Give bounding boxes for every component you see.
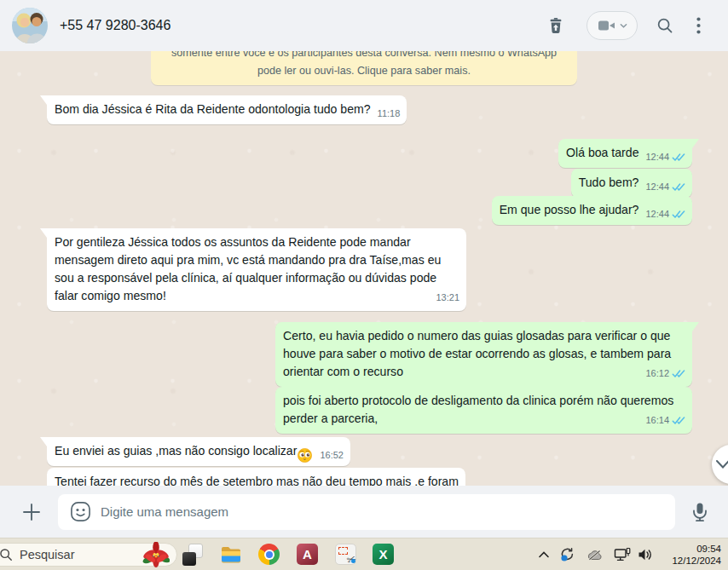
message-time: 13:21 xyxy=(436,289,459,307)
clock-date: 12/12/2024 xyxy=(672,555,721,567)
message-bubble-incoming[interactable]: Tentei fazer recurso do mês de setembro … xyxy=(47,468,465,486)
scroll-to-bottom-button[interactable] xyxy=(712,445,728,484)
avatar-photo xyxy=(12,8,48,43)
read-double-check-icon xyxy=(672,210,685,219)
taskbar-app-excel[interactable]: X xyxy=(373,544,395,566)
taskbar-app-file-explorer[interactable] xyxy=(220,544,242,566)
read-double-check-icon xyxy=(672,153,685,162)
message-text: Eu enviei as guias ,mas não consigo loca… xyxy=(55,442,297,460)
message-text: Bom dia Jéssica é Rita da Reidente odont… xyxy=(55,101,371,118)
encryption-notice[interactable]: somente entre você e os participantes de… xyxy=(151,51,577,85)
message-input[interactable] xyxy=(101,504,665,519)
read-double-check-icon xyxy=(672,182,685,192)
chevron-down-icon xyxy=(715,459,728,469)
message-composer xyxy=(0,486,728,538)
pleading-face-emoji xyxy=(298,448,312,463)
poinsettia-flower-icon xyxy=(142,542,170,567)
attach-button[interactable] xyxy=(19,499,44,525)
taskbar-app-access[interactable]: A xyxy=(297,544,319,566)
emoji-picker-button[interactable] xyxy=(68,500,92,524)
tray-sync-status[interactable] xyxy=(558,546,575,563)
message-bubble-incoming[interactable]: Por gentileza Jéssica todos os assuntos … xyxy=(47,228,466,311)
tray-hidden-icons-button[interactable] xyxy=(535,546,552,563)
cloud-off-icon xyxy=(586,548,604,561)
message-text: Certo, eu havia pedido o numero das guia… xyxy=(283,329,671,378)
emoji-smiley-icon xyxy=(70,501,91,522)
search-icon xyxy=(0,548,13,561)
message-input-container[interactable] xyxy=(58,494,675,530)
whatsapp-window: +55 47 9280-3646 xyxy=(0,0,728,570)
message-text: Em que posso lhe ajudar? xyxy=(500,201,639,219)
taskbar-app-snipping-tool[interactable]: ✂ xyxy=(335,544,357,566)
bubble-tail xyxy=(692,322,699,331)
chevron-up-icon xyxy=(538,550,550,559)
message-time: 11:18 xyxy=(378,105,401,123)
message-bubble-outgoing[interactable]: Certo, eu havia pedido o numero das guia… xyxy=(275,322,692,387)
chrome-icon xyxy=(258,544,280,565)
message-text: Por gentileza Jéssica todos os assuntos … xyxy=(55,235,441,302)
windows-taskbar: A ✂ X xyxy=(0,538,728,570)
message-time: 16:52 xyxy=(320,446,344,464)
message-time: 16:12 xyxy=(645,365,669,383)
video-camera-icon xyxy=(598,19,616,32)
taskbar-clock[interactable]: 09:54 12/12/2024 xyxy=(672,543,721,567)
task-view-icon xyxy=(182,544,204,566)
tray-volume[interactable] xyxy=(637,546,654,563)
excel-icon: X xyxy=(373,544,394,565)
chat-menu-button[interactable] xyxy=(685,10,711,41)
video-call-button[interactable] xyxy=(586,11,638,40)
clock-time: 09:54 xyxy=(672,543,721,555)
message-bubble-outgoing[interactable]: Tudo bem? 12:44 xyxy=(571,169,692,198)
tray-cloud-off-status[interactable] xyxy=(586,546,604,563)
contact-avatar[interactable] xyxy=(12,8,48,43)
contact-phone-number[interactable]: +55 47 9280-3646 xyxy=(60,18,170,33)
message-bubble-incoming[interactable]: Eu enviei as guias ,mas não consigo loca… xyxy=(47,437,350,466)
taskbar-search-input[interactable] xyxy=(20,548,113,561)
message-bubble-outgoing[interactable]: Olá boa tarde 12:44 xyxy=(558,139,692,168)
message-bubble-outgoing[interactable]: pois foi aberto protocolo de desligament… xyxy=(275,387,692,434)
speaker-icon xyxy=(638,548,653,561)
bubble-tail xyxy=(40,437,47,446)
search-in-chat-button[interactable] xyxy=(650,10,680,41)
message-text: Tudo bem? xyxy=(579,174,639,192)
message-text: pois foi aberto protocolo de desligament… xyxy=(283,394,673,425)
access-icon: A xyxy=(297,544,318,565)
bubble-tail xyxy=(40,228,47,238)
file-explorer-folder-icon xyxy=(220,544,242,566)
delete-trash-icon xyxy=(546,16,565,35)
mic-icon xyxy=(690,502,709,522)
chevron-down-icon xyxy=(620,23,627,29)
delete-chat-button[interactable] xyxy=(540,10,571,41)
read-double-check-icon xyxy=(672,369,685,378)
taskbar-app-chrome[interactable] xyxy=(258,544,280,566)
voice-message-button[interactable] xyxy=(687,499,713,525)
message-text: Olá boa tarde xyxy=(566,144,638,162)
message-text: Tentei fazer recurso do mês de setembro … xyxy=(55,473,459,486)
bubble-tail xyxy=(692,139,699,148)
search-icon xyxy=(656,16,674,35)
taskbar-app-task-view[interactable] xyxy=(182,544,204,566)
message-time: 12:44 xyxy=(645,178,669,196)
plus-icon xyxy=(21,502,42,522)
chat-header: +55 47 9280-3646 xyxy=(0,0,728,51)
read-double-check-icon xyxy=(672,416,685,425)
taskbar-search-box[interactable] xyxy=(0,543,177,567)
sync-icon xyxy=(559,547,575,562)
message-list: somente entre você e os participantes de… xyxy=(0,51,728,486)
message-time: 16:14 xyxy=(645,412,669,429)
bubble-tail xyxy=(40,95,47,105)
ethernet-network-icon xyxy=(614,547,631,562)
tray-network-status[interactable] xyxy=(614,546,631,563)
message-bubble-outgoing[interactable]: Em que posso lhe ajudar? 12:44 xyxy=(492,196,692,225)
kebab-menu-icon xyxy=(696,17,701,34)
message-bubble-incoming[interactable]: Bom dia Jéssica é Rita da Reidente odont… xyxy=(47,95,407,124)
message-time: 12:44 xyxy=(645,148,669,166)
snipping-tool-icon: ✂ xyxy=(335,544,356,565)
message-time: 12:44 xyxy=(645,205,669,223)
